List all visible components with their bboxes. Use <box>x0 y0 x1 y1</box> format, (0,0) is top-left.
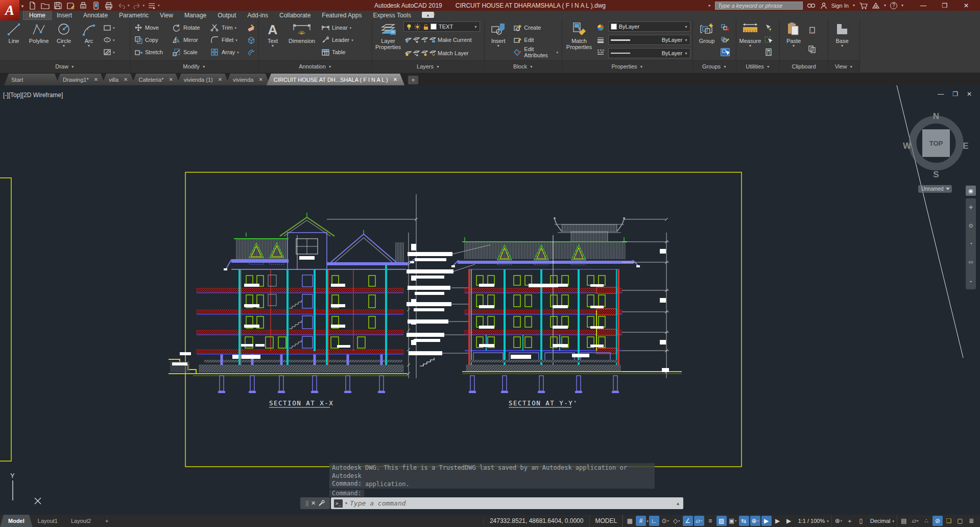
customization-icon[interactable]: ≣ <box>966 516 976 526</box>
command-expand-icon[interactable]: ▲ <box>676 501 680 506</box>
block-create-button[interactable]: Create <box>511 21 560 34</box>
layer-freeze-sun-icon[interactable] <box>414 22 420 31</box>
ribbon-tab-addins[interactable]: Add-ins <box>242 11 274 19</box>
ellipse-caret-icon[interactable]: ▾ <box>113 38 115 42</box>
move-button[interactable]: Move <box>132 21 171 34</box>
text-button[interactable]: A Text ▼ <box>261 20 284 59</box>
block-edit-button[interactable]: Edit <box>511 34 560 46</box>
layer-tool-icon-5[interactable] <box>405 49 412 57</box>
quick-select-icon[interactable] <box>764 24 773 32</box>
layout1-tab[interactable]: Layout1 <box>30 515 66 527</box>
file-tab-circuit-house[interactable]: CIRCUIT HOUSE AT DH...SHALA ( F I N A L … <box>267 74 404 85</box>
viewcube-wcs-label[interactable]: Unnamed <box>921 186 943 192</box>
tab-close-icon[interactable]: ✕ <box>258 77 262 82</box>
rectangle-caret-icon[interactable]: ▾ <box>113 26 115 30</box>
neighbor-frame[interactable] <box>0 178 11 461</box>
panel-label-view[interactable]: View▼ <box>828 60 859 72</box>
text-caret-icon[interactable]: ▼ <box>271 44 275 48</box>
edit-attributes-button[interactable]: Edit Attributes▾ <box>511 46 560 58</box>
model-space-canvas[interactable]: SECTION AT X-X SECTION AT Y-Y' Y TOP N S… <box>0 85 980 515</box>
a360-icon[interactable] <box>872 2 880 9</box>
ribbon-tab-view[interactable]: View <box>154 11 179 19</box>
layer-on-bulb-icon[interactable] <box>406 22 412 31</box>
trim-button[interactable]: Trim▾ <box>209 21 246 34</box>
insert-caret-icon[interactable]: ▼ <box>496 44 500 48</box>
ellipse-tool-icon[interactable] <box>103 36 112 44</box>
new-tab-button[interactable]: + <box>408 76 418 84</box>
navbar-more-caret-icon[interactable]: ⌄ <box>969 278 973 283</box>
viewcube-top-label[interactable]: TOP <box>929 140 943 147</box>
print-button[interactable] <box>103 1 114 10</box>
autoscale-icon[interactable]: ⊕▾ <box>750 516 760 526</box>
new-file-button[interactable] <box>27 1 38 10</box>
ribbon-tab-featured-apps[interactable]: Featured Apps <box>316 11 367 19</box>
clean-screen-icon[interactable]: ❏ <box>944 516 954 526</box>
panel-label-clipboard[interactable]: Clipboard <box>780 60 828 72</box>
hatch-tool-icon[interactable] <box>103 48 112 56</box>
workspace-gear-icon[interactable]: ⊛▾ <box>833 516 844 526</box>
layer-tool-icon-1[interactable] <box>405 36 412 44</box>
ribbon-minimize-caret-icon[interactable]: ▾ <box>433 13 435 19</box>
ribbon-tab-annotate[interactable]: Annotate <box>78 11 113 19</box>
model-space-viewport[interactable]: [-] [Top] [2D Wireframe] — ❐ ✕ <box>0 85 980 515</box>
tab-close-icon[interactable]: ✕ <box>169 77 173 82</box>
panel-label-groups[interactable]: Groups▼ <box>693 60 736 72</box>
trim-caret-icon[interactable]: ▾ <box>235 26 237 30</box>
command-recent-caret-icon[interactable]: ▾ <box>345 501 347 506</box>
ungroup-icon[interactable] <box>721 24 730 32</box>
layer-tool-icon-4[interactable] <box>429 36 436 44</box>
tab-close-icon[interactable]: ✕ <box>218 77 222 82</box>
ribbon-tab-manage[interactable]: Manage <box>179 11 212 19</box>
layer-lock-icon[interactable] <box>422 22 428 31</box>
command-bar-grip[interactable]: ⣿ ✕ <box>300 497 330 509</box>
layer-tool-icon-7[interactable] <box>421 49 428 57</box>
erase-icon[interactable] <box>247 24 256 32</box>
file-tab-start[interactable]: Start <box>4 74 59 85</box>
drawing-minimize-button[interactable]: — <box>938 90 944 98</box>
workspace-button[interactable] <box>146 1 157 10</box>
redo-caret-icon[interactable]: ▾ <box>143 4 145 8</box>
lineweight-combo[interactable]: ByLayer▼ <box>608 35 690 45</box>
viewcube-east[interactable]: E <box>963 141 968 151</box>
tab-close-icon[interactable]: ✕ <box>94 77 98 82</box>
file-tab-vivienda[interactable]: vivienda✕ <box>226 74 270 85</box>
viewport-visual-style-menu[interactable]: [2D Wireframe] <box>22 91 63 99</box>
units-control[interactable]: Decimal▾ <box>868 516 897 526</box>
ribbon-tab-collaborate[interactable]: Collaborate <box>274 11 316 19</box>
command-close-icon[interactable]: ✕ <box>311 500 316 507</box>
hatch-caret-icon[interactable]: ▾ <box>113 51 115 54</box>
object-color-combo[interactable]: ByLayer▼ <box>608 21 690 32</box>
line-button[interactable]: Line <box>2 20 26 59</box>
viewcube-west[interactable]: W <box>903 141 912 151</box>
leader-caret-icon[interactable]: ▾ <box>351 38 353 42</box>
offset-icon[interactable] <box>247 48 256 56</box>
section-xx-drawing[interactable] <box>169 194 418 393</box>
autocad-logo[interactable]: A <box>0 0 19 20</box>
linear-dimension-button[interactable]: Linear▾ <box>319 21 362 34</box>
quick-calc-icon[interactable] <box>764 48 773 56</box>
group-edit-icon[interactable] <box>721 36 730 44</box>
drawing-frame[interactable] <box>185 172 742 467</box>
paste-button[interactable]: Paste ▼ <box>782 20 805 59</box>
fillet-caret-icon[interactable]: ▾ <box>235 38 237 42</box>
ribbon-tab-insert[interactable]: Insert <box>51 11 78 19</box>
linear-caret-icon[interactable]: ▾ <box>350 26 352 30</box>
panel-label-utilities[interactable]: Utilities▼ <box>736 60 779 72</box>
polyline-button[interactable]: Polyline <box>27 20 51 59</box>
viewcube-south[interactable]: S <box>933 170 939 179</box>
close-button[interactable]: ✕ <box>955 0 977 11</box>
file-tab-villa[interactable]: villa✕ <box>102 74 135 85</box>
redo-button[interactable] <box>131 1 142 10</box>
viewcube[interactable]: TOP N S W E Unnamed <box>903 111 969 193</box>
dynamic-input-icon[interactable]: ▶ <box>761 516 772 526</box>
mirror-button[interactable]: Mirror <box>171 34 209 46</box>
layer-tool-icon-6[interactable] <box>413 49 420 57</box>
new-layout-button[interactable]: + <box>102 518 111 524</box>
viewport-view-menu[interactable]: [Top] <box>9 91 22 99</box>
ribbon-minimize-button[interactable]: ▲ <box>422 12 434 18</box>
leader-button[interactable]: Leader▾ <box>319 34 362 46</box>
app-store-cart-icon[interactable] <box>859 2 868 9</box>
navbar-wheel-button[interactable]: ◉ <box>966 186 976 196</box>
layer-color-swatch[interactable] <box>431 24 437 30</box>
annotation-scale-control[interactable]: 1:1 / 100%▾ <box>796 516 831 526</box>
